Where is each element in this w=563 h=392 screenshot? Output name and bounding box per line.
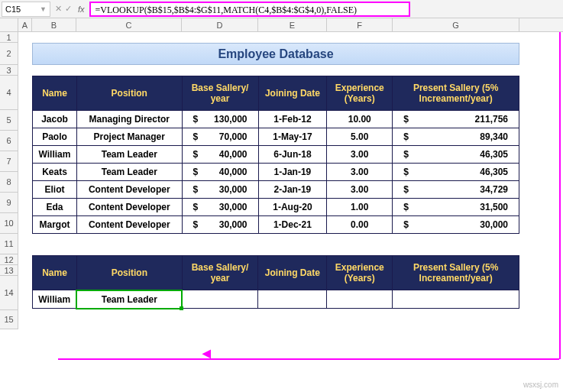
cell-name[interactable]: Margot — [33, 216, 77, 234]
table-row: JacobManaging Director$130,0001-Feb-1210… — [33, 111, 519, 128]
col-header[interactable]: B — [32, 18, 76, 31]
cell-position[interactable]: Content Developer — [76, 199, 182, 216]
cell-present-salary[interactable]: $46,305 — [393, 164, 519, 181]
fx-label[interactable]: fx — [75, 5, 88, 14]
formula-buttons: ✕ ✓ — [52, 4, 75, 14]
accept-icon[interactable]: ✓ — [65, 4, 72, 14]
row-header[interactable]: 10 — [0, 213, 18, 234]
row-header[interactable]: 3 — [0, 65, 18, 76]
table-row: KeatsTeam Leader$40,0001-Jan-193.00$46,3… — [33, 164, 519, 181]
name-box[interactable]: C15 ▼ — [2, 2, 50, 17]
th-joining-date[interactable]: Joining Date — [258, 76, 327, 111]
table-row: PaoloProject Manager$70,0001-May-175.00$… — [33, 128, 519, 146]
col-header[interactable]: C — [76, 18, 182, 31]
row-header[interactable]: 2 — [0, 43, 18, 65]
row-header[interactable]: 6 — [0, 131, 18, 151]
cell-experience[interactable]: 0.00 — [327, 216, 393, 234]
cell-base-salary[interactable]: $40,000 — [182, 146, 258, 164]
row-header[interactable]: 14 — [0, 276, 18, 310]
row-headers: 1 2 3 4 5 6 7 8 9 10 11 12 13 14 15 — [0, 32, 18, 329]
cell-base-salary[interactable]: $30,000 — [182, 199, 258, 216]
cell-base-salary[interactable]: $30,000 — [182, 216, 258, 234]
cell-present-salary[interactable]: $31,500 — [393, 199, 519, 216]
cancel-icon[interactable]: ✕ — [55, 4, 62, 14]
cell-base-salary[interactable]: $30,000 — [182, 181, 258, 199]
cell-present-salary[interactable]: $211,756 — [393, 111, 519, 128]
cell-joining-date[interactable]: 1-Aug-20 — [258, 199, 327, 216]
empty-cell[interactable] — [182, 290, 258, 309]
col-header[interactable]: A — [18, 18, 32, 31]
cell-position[interactable]: Team Leader — [76, 146, 182, 164]
th-name[interactable]: Name — [33, 256, 77, 290]
row-header[interactable]: 11 — [0, 234, 18, 254]
cell-joining-date[interactable]: 1-May-17 — [258, 128, 327, 146]
th-present-salary[interactable]: Present Sallery (5% Increament/year) — [393, 256, 519, 290]
cell-experience[interactable]: 5.00 — [327, 128, 393, 146]
row-header[interactable]: 13 — [0, 265, 18, 276]
cell-present-salary[interactable]: $34,729 — [393, 181, 519, 199]
cell-position[interactable]: Content Developer — [76, 181, 182, 199]
empty-cell[interactable] — [393, 290, 519, 309]
chevron-down-icon[interactable]: ▼ — [40, 5, 47, 13]
cell-position[interactable]: Team Leader — [76, 164, 182, 181]
row-header[interactable]: 15 — [0, 310, 18, 329]
cell-name[interactable]: Jacob — [33, 111, 77, 128]
row-header[interactable]: 5 — [0, 110, 18, 131]
cell-name[interactable]: William — [33, 146, 77, 164]
th-position[interactable]: Position — [76, 256, 182, 290]
cell-present-salary[interactable]: $89,340 — [393, 128, 519, 146]
cell-experience[interactable]: 3.00 — [327, 164, 393, 181]
cell-position[interactable]: Managing Director — [76, 111, 182, 128]
name-box-value: C15 — [5, 5, 21, 14]
row-header[interactable]: 7 — [0, 151, 18, 172]
cell-base-salary[interactable]: $40,000 — [182, 164, 258, 181]
cell-joining-date[interactable]: 1-Feb-12 — [258, 111, 327, 128]
formula-input[interactable]: =VLOOKUP($B$15,$B$4:$G$11,MATCH(C4,$B$4:… — [89, 2, 410, 17]
column-headers: A B C D E F G — [0, 18, 563, 32]
cell-name[interactable]: Keats — [33, 164, 77, 181]
cell-position[interactable]: Content Developer — [76, 216, 182, 234]
cell-name[interactable]: Eliot — [33, 181, 77, 199]
col-header[interactable]: E — [258, 18, 327, 31]
cell-position[interactable]: Project Manager — [76, 128, 182, 146]
cell-name[interactable]: Paolo — [33, 128, 77, 146]
select-all-corner[interactable] — [0, 18, 18, 31]
th-position[interactable]: Position — [76, 76, 182, 111]
th-present-salary[interactable]: Present Sallery (5% Increament/year) — [393, 76, 519, 111]
lookup-name-cell[interactable]: William — [33, 290, 77, 309]
col-header[interactable]: G — [393, 18, 519, 31]
cell-base-salary[interactable]: $130,000 — [182, 111, 258, 128]
watermark: wsxsj.com — [523, 381, 558, 389]
th-name[interactable]: Name — [33, 76, 77, 111]
cell-present-salary[interactable]: $30,000 — [393, 216, 519, 234]
cell-joining-date[interactable]: 6-Jun-18 — [258, 146, 327, 164]
th-joining-date[interactable]: Joining Date — [258, 256, 327, 290]
cell-experience[interactable]: 3.00 — [327, 181, 393, 199]
cell-present-salary[interactable]: $46,305 — [393, 146, 519, 164]
row-header[interactable]: 4 — [0, 76, 18, 110]
cell-joining-date[interactable]: 2-Jan-19 — [258, 181, 327, 199]
table-row: MargotContent Developer$30,0001-Dec-210.… — [33, 216, 519, 234]
active-cell[interactable]: Team Leader — [76, 290, 182, 309]
cell-joining-date[interactable]: 1-Dec-21 — [258, 216, 327, 234]
row-header[interactable]: 8 — [0, 172, 18, 193]
row-header[interactable]: 1 — [0, 32, 18, 43]
cell-joining-date[interactable]: 1-Jan-19 — [258, 164, 327, 181]
cell-base-salary[interactable]: $70,000 — [182, 128, 258, 146]
row-header[interactable]: 12 — [0, 254, 18, 265]
cell-name[interactable]: Eda — [33, 199, 77, 216]
th-base-salary[interactable]: Base Sallery/ year — [182, 256, 258, 290]
th-experience[interactable]: Experience (Years) — [327, 256, 393, 290]
th-experience[interactable]: Experience (Years) — [327, 76, 393, 111]
row-header[interactable]: 9 — [0, 193, 18, 213]
th-base-salary[interactable]: Base Sallery/ year — [182, 76, 258, 111]
cell-experience[interactable]: 3.00 — [327, 146, 393, 164]
col-header[interactable]: D — [182, 18, 258, 31]
empty-cell[interactable] — [327, 290, 393, 309]
table-row: William Team Leader — [33, 290, 519, 309]
col-header[interactable]: F — [327, 18, 393, 31]
cell-experience[interactable]: 10.00 — [327, 111, 393, 128]
cell-experience[interactable]: 1.00 — [327, 199, 393, 216]
fill-handle[interactable] — [180, 306, 183, 310]
empty-cell[interactable] — [258, 290, 327, 309]
